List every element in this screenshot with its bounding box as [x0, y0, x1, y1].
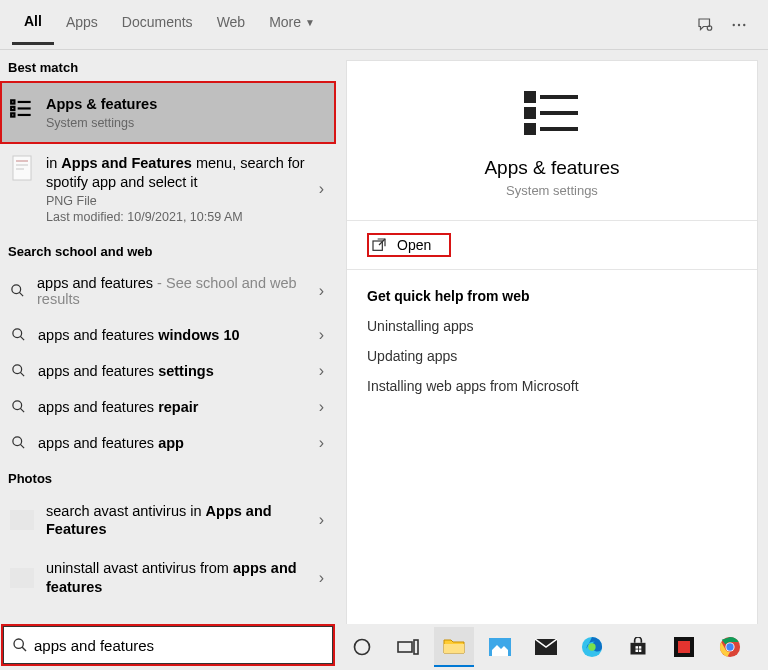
search-icon: [12, 637, 28, 653]
taskbar-app-red[interactable]: [664, 627, 704, 667]
taskbar-store[interactable]: [618, 627, 658, 667]
chevron-right-icon: ›: [319, 511, 324, 529]
suggestion-text: apps and features windows 10: [38, 327, 240, 343]
preview-subtitle: System settings: [357, 183, 747, 198]
taskbar-taskview[interactable]: [388, 627, 428, 667]
section-photos: Photos: [0, 461, 336, 492]
preview-panel: Apps & features System settings Open Get…: [346, 60, 758, 630]
svg-rect-45: [639, 646, 642, 649]
svg-rect-30: [526, 125, 534, 133]
suggestion-text: apps and features app: [38, 435, 184, 451]
svg-rect-6: [11, 107, 14, 110]
svg-point-1: [733, 23, 735, 25]
svg-line-34: [22, 647, 26, 651]
web-suggestion-4[interactable]: apps and features app ›: [0, 425, 336, 461]
suggestion-text: apps and features settings: [38, 363, 214, 379]
svg-line-19: [20, 372, 24, 376]
taskbar-edge[interactable]: [572, 627, 612, 667]
photo-thumbnail-icon: [8, 564, 36, 592]
section-search-web: Search school and web: [0, 234, 336, 265]
photo-thumbnail-icon: [8, 506, 36, 534]
web-suggestion-3[interactable]: apps and features repair ›: [0, 389, 336, 425]
chevron-right-icon: ›: [319, 282, 324, 300]
open-button[interactable]: Open: [367, 233, 451, 257]
section-best-match: Best match: [0, 50, 336, 81]
svg-rect-4: [11, 100, 14, 103]
quick-link-2[interactable]: Installing web apps from Microsoft: [367, 378, 737, 394]
chevron-right-icon: ›: [319, 398, 324, 416]
quick-link-0[interactable]: Uninstalling apps: [367, 318, 737, 334]
search-icon: [8, 435, 28, 450]
open-icon: [371, 237, 387, 253]
suggestion-text: apps and features repair: [38, 399, 198, 415]
svg-point-20: [12, 401, 21, 410]
suggestion-text: apps and features - See school and web r…: [37, 275, 328, 307]
svg-rect-46: [636, 650, 639, 653]
result-apps-features[interactable]: Apps & features System settings: [0, 81, 336, 144]
result-title: search avast antivirus in Apps and Featu…: [46, 502, 328, 540]
apps-features-list-icon: [8, 95, 36, 123]
more-options-icon[interactable]: [730, 16, 748, 34]
svg-rect-8: [11, 113, 14, 116]
search-bar[interactable]: [3, 626, 333, 664]
chevron-right-icon: ›: [319, 434, 324, 452]
svg-point-22: [12, 437, 21, 446]
photo-result-1[interactable]: uninstall avast antivirus from apps and …: [0, 549, 336, 607]
result-filetype: PNG File: [46, 194, 328, 208]
chevron-down-icon: ▼: [305, 17, 315, 28]
tab-more[interactable]: More▼: [257, 6, 327, 43]
web-suggestion-0[interactable]: apps and features - See school and web r…: [0, 265, 336, 317]
chevron-right-icon: ›: [319, 362, 324, 380]
search-icon: [8, 283, 27, 298]
tab-more-label: More: [269, 14, 301, 30]
svg-line-23: [20, 444, 24, 448]
chevron-right-icon: ›: [319, 569, 324, 587]
photo-result-0[interactable]: search avast antivirus in Apps and Featu…: [0, 492, 336, 550]
taskbar-app-blue[interactable]: [480, 627, 520, 667]
svg-point-16: [12, 329, 21, 338]
svg-rect-26: [526, 93, 534, 101]
feedback-icon[interactable]: [696, 16, 714, 34]
svg-rect-24: [10, 510, 34, 530]
svg-rect-28: [526, 109, 534, 117]
tab-all[interactable]: All: [12, 5, 54, 45]
svg-point-14: [12, 285, 21, 294]
svg-line-17: [20, 336, 24, 340]
search-input[interactable]: [34, 637, 324, 654]
svg-point-35: [355, 640, 370, 655]
svg-rect-13: [16, 168, 24, 170]
svg-point-42: [588, 643, 595, 650]
result-png-file[interactable]: in Apps and Features menu, search for sp…: [0, 144, 336, 234]
svg-rect-25: [10, 568, 34, 588]
open-label: Open: [397, 237, 431, 253]
taskbar-chrome[interactable]: [710, 627, 750, 667]
result-title: Apps & features: [46, 95, 328, 114]
taskbar-cortana[interactable]: [342, 627, 382, 667]
search-icon: [8, 363, 28, 378]
taskbar-mail[interactable]: [526, 627, 566, 667]
taskbar-file-explorer[interactable]: [434, 627, 474, 667]
quick-link-1[interactable]: Updating apps: [367, 348, 737, 364]
search-icon: [8, 399, 28, 414]
result-subtitle: System settings: [46, 116, 328, 130]
tab-documents[interactable]: Documents: [110, 6, 205, 43]
taskbar: [336, 624, 768, 670]
svg-rect-36: [398, 642, 412, 652]
result-modified: Last modified: 10/9/2021, 10:59 AM: [46, 210, 328, 224]
result-title: in Apps and Features menu, search for sp…: [46, 154, 328, 192]
web-suggestion-1[interactable]: apps and features windows 10 ›: [0, 317, 336, 353]
results-panel: Best match Apps & features System settin…: [0, 50, 336, 630]
tab-web[interactable]: Web: [205, 6, 258, 43]
result-title: uninstall avast antivirus from apps and …: [46, 559, 328, 597]
svg-point-33: [14, 639, 23, 648]
tab-apps[interactable]: Apps: [54, 6, 110, 43]
svg-line-21: [20, 408, 24, 412]
svg-point-52: [726, 643, 733, 650]
search-tabs: All Apps Documents Web More▼: [0, 0, 768, 50]
web-suggestion-2[interactable]: apps and features settings ›: [0, 353, 336, 389]
svg-rect-44: [636, 646, 639, 649]
svg-point-3: [743, 23, 745, 25]
svg-rect-38: [444, 644, 464, 653]
file-thumbnail-icon: [8, 154, 36, 182]
svg-rect-47: [639, 650, 642, 653]
